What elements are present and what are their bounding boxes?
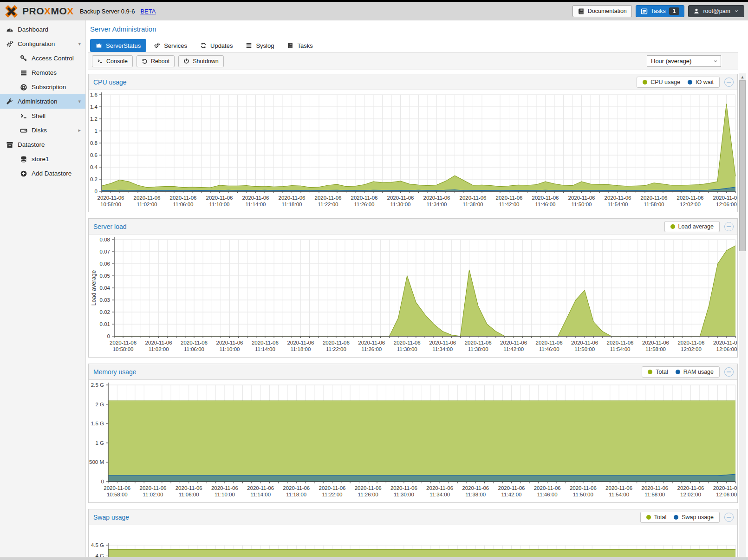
chevron-down-icon[interactable]: ▾ [78, 41, 81, 47]
svg-text:11:42:00: 11:42:00 [503, 346, 524, 352]
user-icon [693, 8, 700, 14]
sidebar-item-configuration[interactable]: Configuration▾ [0, 37, 85, 51]
brand-letters: PRO [22, 6, 44, 17]
legend-dot-icon [676, 370, 680, 374]
legend-dot-icon [643, 80, 647, 85]
collapse-panel-icon[interactable] [724, 78, 734, 87]
svg-text:11:54:00: 11:54:00 [608, 202, 628, 207]
reboot-button[interactable]: Reboot [137, 55, 175, 67]
shutdown-button[interactable]: Shutdown [178, 55, 224, 67]
tasks-button[interactable]: Tasks 1 [636, 5, 685, 17]
svg-text:2020-11-06: 2020-11-06 [176, 485, 202, 491]
svg-text:2020-11-06: 2020-11-06 [252, 340, 279, 345]
top-header: PROXMOX Backup Server 0.9-6 BETA Documen… [0, 0, 748, 20]
sidebar-item-administration[interactable]: Administration▾ [0, 94, 85, 109]
sidebar-item-disks[interactable]: Disks▸ [0, 123, 85, 137]
legend-dot-icon [648, 370, 652, 374]
legend-item-cpu-usage[interactable]: CPU usage [643, 79, 680, 85]
toolbar-buttons: ConsoleRebootShutdown [92, 55, 228, 67]
svg-text:11:10:00: 11:10:00 [209, 202, 230, 207]
sidebar-item-remotes[interactable]: Remotes [0, 65, 85, 80]
collapse-panel-icon[interactable] [724, 513, 734, 522]
svg-text:2020-11-06: 2020-11-06 [206, 195, 233, 201]
sidebar-item-access-control[interactable]: Access Control [0, 51, 85, 65]
svg-text:2020-11-06: 2020-11-06 [607, 340, 634, 345]
svg-text:0: 0 [101, 479, 104, 484]
svg-text:2020-11-06: 2020-11-06 [713, 485, 737, 491]
svg-text:11:38:00: 11:38:00 [463, 202, 483, 207]
svg-text:11:26:00: 11:26:00 [358, 492, 378, 497]
tab-services[interactable]: Services [148, 39, 193, 52]
legend-item-io-wait[interactable]: IO wait [688, 79, 714, 85]
svg-text:11:14:00: 11:14:00 [246, 202, 266, 207]
sidebar-item-label: Administration [18, 98, 58, 105]
scroll-up-arrow-icon[interactable]: ▲ [739, 73, 746, 80]
tasks-count-badge: 1 [669, 7, 680, 15]
terminal-icon [20, 112, 27, 120]
svg-text:2020-11-06: 2020-11-06 [570, 485, 597, 491]
svg-text:11:10:00: 11:10:00 [215, 492, 235, 497]
swap-usage-panel: Swap usageTotalSwap usage0500 M1 G1.5 G2… [88, 509, 738, 560]
svg-text:2020-11-06: 2020-11-06 [429, 340, 456, 345]
swap-usage-panel-header: Swap usageTotalSwap usage [89, 509, 737, 525]
cpu-usage-legend: CPU usageIO wait [637, 77, 720, 88]
svg-text:2020-11-06: 2020-11-06 [571, 340, 598, 345]
documentation-label: Documentation [588, 8, 627, 14]
svg-text:11:50:00: 11:50:00 [573, 492, 593, 497]
sidebar-item-subscription[interactable]: Subscription [0, 80, 85, 94]
svg-text:2020-11-06: 2020-11-06 [605, 195, 631, 201]
legend-label: Total [654, 514, 666, 521]
sidebar-item-shell[interactable]: Shell [0, 109, 85, 123]
svg-text:11:02:00: 11:02:00 [137, 202, 157, 207]
sidebar-item-label: store1 [32, 156, 49, 163]
timeframe-select[interactable]: Hour (average) [647, 55, 721, 67]
sidebar-item-dashboard[interactable]: Dashboard [0, 22, 85, 37]
sidebar-item-add-datastore[interactable]: Add Datastore [0, 166, 85, 181]
svg-text:0.06: 0.06 [100, 261, 110, 267]
tab-updates[interactable]: Updates [195, 39, 238, 52]
cpu-usage-chart-body: 00.20.40.60.811.21.41.62020-11-0610:58:0… [89, 90, 737, 212]
svg-text:2020-11-06: 2020-11-06 [460, 195, 487, 201]
sidebar-item-store1[interactable]: store1 [0, 152, 85, 166]
documentation-button[interactable]: Documentation [572, 5, 632, 17]
database-icon [20, 156, 27, 163]
legend-item-ram-usage[interactable]: RAM usage [676, 369, 714, 375]
svg-text:1.2: 1.2 [90, 116, 98, 122]
svg-text:2020-11-06: 2020-11-06 [462, 485, 489, 491]
chart-panels: CPU usageCPU usageIO wait00.20.40.60.811… [88, 74, 738, 560]
svg-text:2020-11-06: 2020-11-06 [498, 485, 525, 491]
tab-serverstatus[interactable]: ServerStatus [90, 39, 146, 52]
caret-right-icon[interactable]: ▸ [78, 127, 81, 133]
tab-syslog[interactable]: Syslog [240, 39, 280, 52]
timeframe-value: Hour (average) [647, 58, 710, 65]
chevron-down-icon[interactable]: ▾ [78, 98, 81, 104]
svg-text:2020-11-06: 2020-11-06 [104, 485, 130, 491]
collapse-panel-icon[interactable] [724, 367, 734, 377]
legend-item-total[interactable]: Total [648, 369, 668, 375]
tab-label: Services [164, 42, 187, 49]
collapse-panel-icon[interactable] [724, 222, 734, 231]
legend-dot-icon [688, 80, 692, 85]
svg-text:0: 0 [107, 333, 110, 339]
legend-item-total[interactable]: Total [646, 514, 666, 521]
svg-text:12:02:00: 12:02:00 [681, 346, 702, 352]
beta-link[interactable]: BETA [140, 8, 156, 15]
legend-item-swap-usage[interactable]: Swap usage [674, 514, 714, 521]
legend-dot-icon [646, 515, 651, 520]
user-menu-button[interactable]: root@pam [688, 5, 744, 17]
power-icon [183, 58, 189, 64]
console-button[interactable]: Console [92, 55, 133, 67]
svg-text:2020-11-06: 2020-11-06 [536, 340, 563, 345]
terminal-icon [97, 58, 103, 64]
scrollbar-thumb[interactable] [739, 80, 746, 251]
sidebar-item-label: Subscription [32, 84, 66, 91]
vertical-scrollbar[interactable]: ▲ [739, 73, 746, 557]
svg-text:11:30:00: 11:30:00 [390, 202, 411, 207]
svg-text:0.4: 0.4 [90, 164, 98, 170]
memory-usage-panel-header: Memory usageTotalRAM usage [89, 364, 737, 380]
tab-tasks[interactable]: Tasks [281, 39, 318, 52]
legend-item-load-average[interactable]: Load average [670, 223, 714, 230]
svg-text:11:02:00: 11:02:00 [143, 492, 163, 497]
sidebar-item-datastore[interactable]: Datastore [0, 137, 85, 152]
legend-label: IO wait [696, 79, 714, 85]
